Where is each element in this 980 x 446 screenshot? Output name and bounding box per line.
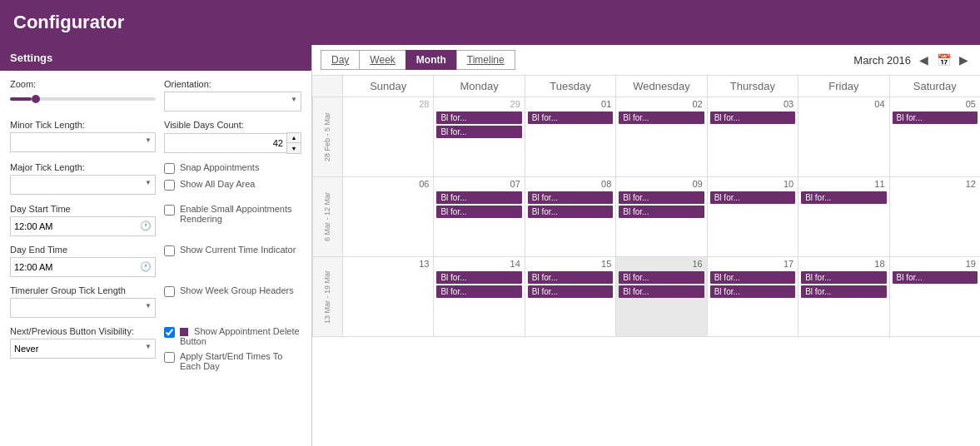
minor-tick-select[interactable] [10, 132, 156, 152]
show-all-day-checkbox[interactable] [164, 180, 175, 191]
day-cell-12[interactable]: 12 [889, 177, 980, 256]
zoom-slider[interactable] [10, 92, 156, 107]
minor-tick-select-wrapper [10, 132, 156, 152]
app-title: Configurator [13, 12, 124, 33]
day-cell-17[interactable]: 17 Bl for... Bl for... [707, 257, 798, 336]
event-bar[interactable]: Bl for... [710, 285, 795, 298]
event-bar[interactable]: Bl for... [528, 191, 613, 204]
week-row-1: 28 Feb - 5 Mar 28 29 Bl for... Bl for...… [312, 97, 980, 177]
show-delete-checkbox[interactable] [164, 327, 175, 338]
day-number: 09 [619, 179, 704, 189]
day-header-fri: Friday [798, 76, 888, 97]
event-bar[interactable]: Bl for... [710, 112, 795, 124]
day-number: 07 [436, 179, 521, 189]
show-current-time-checkbox[interactable] [164, 245, 175, 256]
event-bar[interactable]: Bl for... [436, 271, 521, 284]
settings-row-dayend: Day End Time 🕐 Show Current Time Indicat… [10, 245, 301, 277]
day-cell-10[interactable]: 10 Bl for... [707, 177, 798, 256]
spinner-down[interactable]: ▼ [287, 143, 301, 153]
day-cell-15[interactable]: 15 Bl for... Bl for... [525, 257, 615, 336]
day-cell-02[interactable]: 02 Bl for... [615, 97, 706, 176]
event-bar[interactable]: Bl for... [436, 206, 521, 218]
calendar-panel: Day Week Month Timeline March 2016 ◀ 📅 ▶… [312, 45, 980, 446]
day-number: 16 [619, 259, 704, 269]
event-bar[interactable]: Bl for... [528, 285, 613, 298]
day-start-input[interactable] [10, 216, 156, 236]
view-btn-day[interactable]: Day [321, 50, 359, 70]
timeruler-select[interactable] [10, 298, 156, 318]
enable-small-checkbox[interactable] [164, 205, 175, 216]
event-bar[interactable]: Bl for... [436, 112, 521, 124]
slider-fill [10, 97, 32, 101]
day-number: 01 [528, 99, 613, 109]
nav-prev-button[interactable]: ◀ [916, 52, 932, 68]
event-bar[interactable]: Bl for... [893, 112, 978, 124]
event-bar[interactable]: Bl for... [436, 126, 521, 138]
settings-row-zoom: Zoom: Orientation: [10, 79, 301, 112]
event-bar[interactable]: Bl for... [710, 271, 795, 284]
next-prev-select[interactable]: Never [10, 339, 156, 359]
event-bar[interactable]: Bl for... [528, 271, 613, 284]
color-dot [180, 328, 188, 336]
major-tick-select[interactable] [10, 175, 156, 195]
event-bar[interactable]: Bl for... [801, 285, 886, 298]
event-bar[interactable]: Bl for... [801, 271, 886, 284]
day-cell-08[interactable]: 08 Bl for... Bl for... [525, 177, 615, 256]
day-cell-09[interactable]: 09 Bl for... Bl for... [615, 177, 706, 256]
nav-next-button[interactable]: ▶ [956, 52, 972, 68]
event-bar[interactable]: Bl for... [436, 191, 521, 204]
event-bar[interactable]: Bl for... [436, 285, 521, 298]
day-number: 29 [436, 99, 521, 109]
orientation-select[interactable] [164, 92, 301, 112]
event-bar[interactable]: Bl for... [619, 112, 704, 124]
event-bar[interactable]: Bl for... [893, 271, 978, 284]
day-end-input[interactable] [10, 257, 156, 277]
calendar-nav: March 2016 ◀ 📅 ▶ [853, 52, 972, 68]
day-cell-01[interactable]: 01 Bl for... [525, 97, 615, 176]
day-cell-16[interactable]: 16 Bl for... Bl for... [615, 257, 706, 336]
visible-days-input[interactable] [164, 133, 286, 153]
snap-appointments-checkbox[interactable] [164, 163, 175, 174]
spinner-up[interactable]: ▲ [287, 133, 301, 143]
settings-row-delete: Next/Previous Button Visibility: Never S… [10, 326, 301, 376]
timeruler-section: Timeruler Group Tick Length [10, 285, 164, 318]
event-bar[interactable]: Bl for... [619, 206, 704, 218]
day-header-mon: Monday [433, 76, 524, 97]
apply-start-end-checkbox[interactable] [164, 352, 175, 363]
day-cell-14[interactable]: 14 Bl for... Bl for... [433, 257, 524, 336]
event-bar[interactable]: Bl for... [619, 271, 704, 284]
day-cell-13[interactable]: 13 [342, 257, 433, 336]
app-header: Configurator [0, 0, 980, 45]
settings-row-minor: Minor Tick Length: Visible Days Count: ▲… [10, 120, 301, 154]
view-btn-week[interactable]: Week [359, 50, 405, 70]
week-row-3: 13 Mar - 19 Mar 13 14 Bl for... Bl for..… [312, 257, 980, 337]
view-btn-timeline[interactable]: Timeline [456, 50, 515, 70]
day-cell-07[interactable]: 07 Bl for... Bl for... [433, 177, 524, 256]
day-cell-04[interactable]: 04 [798, 97, 888, 176]
calendar-icon[interactable]: 📅 [937, 53, 951, 67]
day-cell-29feb[interactable]: 29 Bl for... Bl for... [433, 97, 524, 176]
day-cell-05[interactable]: 05 Bl for... [889, 97, 980, 176]
day-number: 14 [436, 259, 521, 269]
show-all-day-label: Show All Day Area [180, 179, 256, 189]
major-tick-label: Major Tick Length: [10, 162, 156, 172]
day-number: 15 [528, 259, 613, 269]
day-cell-28feb[interactable]: 28 [342, 97, 433, 176]
day-number: 17 [710, 259, 795, 269]
day-cell-11[interactable]: 11 Bl for... [798, 177, 888, 256]
event-bar[interactable]: Bl for... [801, 191, 886, 204]
event-bar[interactable]: Bl for... [619, 285, 704, 298]
day-cell-06[interactable]: 06 [342, 177, 433, 256]
event-bar[interactable]: Bl for... [528, 112, 613, 124]
day-number: 19 [893, 259, 978, 269]
view-btn-month[interactable]: Month [405, 50, 456, 70]
event-bar[interactable]: Bl for... [710, 191, 795, 204]
slider-thumb[interactable] [32, 95, 40, 103]
event-bar[interactable]: Bl for... [619, 191, 704, 204]
zoom-section: Zoom: [10, 79, 164, 107]
day-cell-03[interactable]: 03 Bl for... [707, 97, 798, 176]
day-cell-18[interactable]: 18 Bl for... Bl for... [798, 257, 888, 336]
event-bar[interactable]: Bl for... [528, 206, 613, 218]
day-cell-19[interactable]: 19 Bl for... [889, 257, 980, 336]
show-week-group-checkbox[interactable] [164, 286, 175, 297]
